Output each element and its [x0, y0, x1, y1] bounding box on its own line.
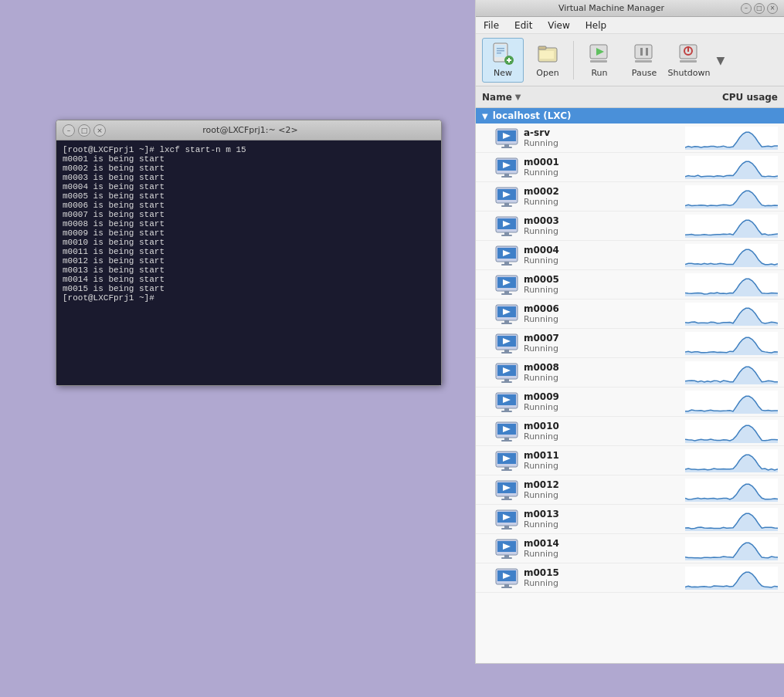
vm-row[interactable]: m0004Running — [476, 241, 784, 270]
vm-close-button[interactable]: × — [767, 3, 778, 14]
vm-monitor-icon — [494, 126, 519, 151]
vm-name: m0006 — [524, 303, 685, 314]
vm-name: m0001 — [524, 157, 685, 167]
svg-rect-32 — [501, 176, 512, 178]
vm-name: m0004 — [524, 245, 685, 255]
svg-rect-50 — [501, 264, 512, 266]
pause-button[interactable]: Pause — [623, 38, 665, 83]
toolbar-more-button[interactable]: ▼ — [713, 38, 728, 83]
vm-row[interactable]: m0006Running — [476, 299, 784, 329]
terminal-body[interactable]: [root@LXCFprj1 ~]# lxcf start-n m 15 m00… — [56, 140, 441, 385]
svg-rect-17 — [635, 60, 652, 63]
vm-row[interactable]: m0002Running — [476, 182, 784, 211]
vm-manager-window: Virtual Machine Manager – □ × File Edit … — [475, 0, 784, 664]
svg-rect-68 — [501, 352, 512, 354]
vm-minimize-button[interactable]: – — [741, 3, 752, 14]
svg-rect-98 — [501, 499, 512, 500]
vm-group-localhost[interactable]: ▼ localhost (LXC) — [476, 108, 784, 123]
vm-name: m0010 — [524, 421, 685, 431]
open-button[interactable]: Open — [527, 38, 568, 83]
vm-row[interactable]: m0013Running — [476, 505, 784, 534]
open-icon — [535, 42, 560, 66]
vm-info: m0014Running — [524, 538, 685, 559]
svg-rect-15 — [640, 48, 643, 56]
vm-info: m0008Running — [524, 362, 685, 383]
vm-table-header: Name ▼ CPU usage — [476, 86, 784, 108]
terminal-close-button[interactable]: × — [93, 124, 106, 137]
vm-cpu-graph — [685, 244, 778, 267]
vm-monitor-icon — [494, 390, 519, 414]
vm-status: Running — [524, 285, 685, 295]
vm-monitor-icon — [494, 448, 519, 473]
vm-cpu-graph — [685, 479, 778, 502]
menu-file[interactable]: File — [479, 19, 504, 32]
vm-status: Running — [524, 373, 685, 383]
vm-row[interactable]: m0007Running — [476, 329, 784, 358]
vm-info: m0004Running — [524, 245, 685, 266]
vm-title: Virtual Machine Manager — [482, 3, 741, 13]
vm-row[interactable]: m0005Running — [476, 270, 784, 299]
vm-monitor-icon — [494, 419, 519, 444]
vm-status: Running — [524, 197, 685, 207]
vm-name: m0013 — [524, 509, 685, 519]
terminal-title: root@LXCFprj1:~ <2> — [106, 125, 395, 135]
vm-info: m0003Running — [524, 215, 685, 236]
group-collapse-arrow: ▼ — [482, 112, 488, 120]
vm-name: m0003 — [524, 215, 685, 226]
vm-row[interactable]: m0015Running — [476, 563, 784, 593]
vm-name: m0014 — [524, 538, 685, 549]
vm-name: m0012 — [524, 479, 685, 490]
vm-name: m0005 — [524, 274, 685, 285]
vm-row[interactable]: m0008Running — [476, 358, 784, 387]
terminal-minimize-button[interactable]: – — [63, 124, 75, 137]
terminal-maximize-button[interactable]: □ — [78, 124, 90, 137]
vm-name: m0009 — [524, 391, 685, 402]
svg-rect-9 — [538, 46, 546, 49]
vm-row[interactable]: a-srvRunning — [476, 123, 784, 153]
vm-status: Running — [524, 519, 685, 530]
open-label: Open — [536, 68, 558, 78]
vm-row[interactable]: m0012Running — [476, 475, 784, 505]
run-button[interactable]: Run — [579, 38, 620, 83]
vm-row[interactable]: m0003Running — [476, 211, 784, 241]
menu-edit[interactable]: Edit — [510, 19, 537, 32]
vm-cpu-graph — [685, 391, 778, 414]
vm-row[interactable]: m0011Running — [476, 446, 784, 475]
vm-cpu-graph — [685, 185, 778, 208]
svg-rect-38 — [501, 205, 512, 207]
vm-row[interactable]: m0001Running — [476, 153, 784, 182]
pause-label: Pause — [632, 68, 657, 78]
vm-cpu-graph — [685, 127, 778, 150]
menu-help[interactable]: Help — [581, 19, 611, 32]
shutdown-button[interactable]: Shutdown — [668, 38, 710, 83]
new-button[interactable]: New — [482, 38, 524, 83]
vm-cpu-graph — [685, 508, 778, 531]
svg-rect-20 — [687, 46, 689, 52]
column-name-header[interactable]: Name ▼ — [482, 92, 685, 103]
svg-rect-3 — [497, 50, 504, 52]
vm-info: m0010Running — [524, 421, 685, 442]
vm-status: Running — [524, 578, 685, 588]
svg-rect-110 — [501, 557, 512, 559]
svg-rect-74 — [501, 381, 512, 383]
vm-cpu-graph — [685, 273, 778, 296]
svg-rect-4 — [497, 52, 501, 54]
vm-status: Running — [524, 167, 685, 178]
vm-info: m0006Running — [524, 303, 685, 324]
vm-list[interactable]: ▼ localhost (LXC) a-srvRunningm0001Runni… — [476, 108, 784, 663]
vm-info: m0002Running — [524, 186, 685, 207]
vm-row[interactable]: m0014Running — [476, 534, 784, 563]
svg-rect-21 — [680, 60, 697, 63]
vm-maximize-button[interactable]: □ — [754, 3, 765, 14]
svg-rect-116 — [501, 587, 512, 588]
vm-row[interactable]: m0010Running — [476, 417, 784, 446]
vm-row[interactable]: m0009Running — [476, 387, 784, 417]
shutdown-label: Shutdown — [668, 68, 711, 78]
vm-name: a-srv — [524, 127, 685, 138]
vm-status: Running — [524, 490, 685, 500]
vm-monitor-icon — [494, 536, 519, 561]
vm-monitor-icon — [494, 331, 519, 356]
svg-rect-16 — [646, 48, 648, 56]
terminal-titlebar: – □ × root@LXCFprj1:~ <2> — [56, 120, 441, 140]
menu-view[interactable]: View — [543, 19, 574, 32]
